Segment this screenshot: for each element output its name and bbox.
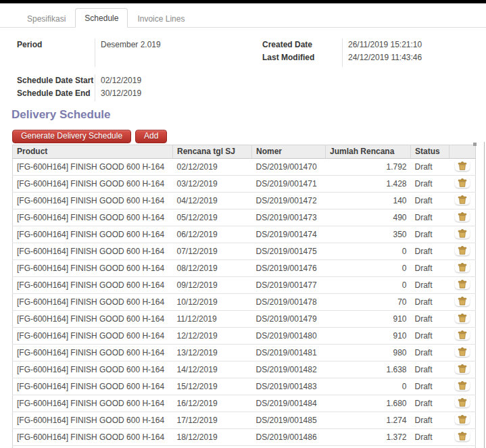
rencana-tgl-cell[interactable]: 11/12/2019 — [173, 311, 252, 328]
product-cell[interactable]: [FG-600H164] FINISH GOOD 600 H-164 — [13, 412, 173, 429]
product-cell[interactable]: [FG-600H164] FINISH GOOD 600 H-164 — [13, 446, 173, 448]
delete-row-button[interactable] — [455, 194, 470, 205]
table-row[interactable]: [FG-600H164] FINISH GOOD 600 H-164 14/12… — [13, 362, 476, 378]
table-row[interactable]: [FG-600H164] FINISH GOOD 600 H-164 07/12… — [13, 243, 476, 260]
jumlah-rencana-cell[interactable]: 910 — [326, 328, 411, 345]
nomer-cell[interactable]: DS/2019/001480 — [252, 328, 326, 345]
nomer-cell[interactable]: DS/2019/001471 — [252, 176, 326, 193]
jumlah-rencana-cell[interactable]: 0 — [326, 277, 411, 294]
table-row[interactable]: [FG-600H164] FINISH GOOD 600 H-164 11/12… — [13, 311, 476, 328]
delete-row-button[interactable] — [455, 414, 470, 424]
jumlah-rencana-cell[interactable]: 1.792 — [326, 159, 411, 176]
jumlah-rencana-cell[interactable]: 1.274 — [326, 412, 411, 429]
add-button[interactable]: Add — [135, 130, 167, 143]
rencana-tgl-cell[interactable]: 03/12/2019 — [173, 176, 252, 193]
product-cell[interactable]: [FG-600H164] FINISH GOOD 600 H-164 — [13, 193, 173, 209]
nomer-cell[interactable]: DS/2019/001473 — [252, 209, 326, 226]
product-cell[interactable]: [FG-600H164] FINISH GOOD 600 H-164 — [13, 345, 173, 362]
jumlah-rencana-cell[interactable]: 0 — [326, 243, 411, 260]
rencana-tgl-cell[interactable]: 15/12/2019 — [173, 378, 252, 395]
nomer-cell[interactable]: DS/2019/001475 — [252, 243, 326, 260]
jumlah-rencana-cell[interactable]: 980 — [326, 345, 411, 362]
product-cell[interactable]: [FG-600H164] FINISH GOOD 600 H-164 — [13, 260, 173, 277]
jumlah-rencana-cell[interactable]: 1.428 — [326, 176, 411, 193]
tab-invoice-lines[interactable]: Invoice Lines — [128, 9, 194, 28]
rencana-tgl-cell[interactable]: 13/12/2019 — [173, 345, 252, 362]
rencana-tgl-cell[interactable]: 09/12/2019 — [173, 277, 252, 294]
rencana-tgl-cell[interactable]: 07/12/2019 — [173, 243, 252, 260]
product-cell[interactable]: [FG-600H164] FINISH GOOD 600 H-164 — [13, 243, 173, 260]
nomer-cell[interactable]: DS/2019/001479 — [252, 311, 326, 328]
status-cell[interactable]: Draft — [411, 311, 449, 328]
table-row[interactable]: [FG-600H164] FINISH GOOD 600 H-164 05/12… — [13, 209, 476, 226]
nomer-cell[interactable]: DS/2019/001472 — [252, 193, 326, 209]
nomer-cell[interactable]: DS/2019/001487 — [252, 446, 326, 448]
status-cell[interactable]: Draft — [411, 209, 449, 226]
product-cell[interactable]: [FG-600H164] FINISH GOOD 600 H-164 — [13, 209, 173, 226]
nomer-cell[interactable]: DS/2019/001482 — [252, 362, 326, 378]
product-cell[interactable]: [FG-600H164] FINISH GOOD 600 H-164 — [13, 277, 173, 294]
rencana-tgl-cell[interactable]: 05/12/2019 — [173, 209, 252, 226]
delete-row-button[interactable] — [455, 262, 470, 272]
rencana-tgl-cell[interactable]: 02/12/2019 — [173, 159, 252, 176]
status-cell[interactable]: Draft — [411, 395, 449, 412]
rencana-tgl-cell[interactable]: 06/12/2019 — [173, 226, 252, 243]
nomer-cell[interactable]: DS/2019/001478 — [252, 294, 326, 311]
table-row[interactable]: [FG-600H164] FINISH GOOD 600 H-164 10/12… — [13, 294, 476, 311]
nomer-cell[interactable]: DS/2019/001477 — [252, 277, 326, 294]
table-row[interactable]: [FG-600H164] FINISH GOOD 600 H-164 09/12… — [13, 277, 476, 294]
jumlah-rencana-cell[interactable]: 350 — [326, 226, 411, 243]
table-row[interactable]: [FG-600H164] FINISH GOOD 600 H-164 17/12… — [13, 412, 476, 429]
column-header-jumlah-rencana[interactable]: Jumlah Rencana — [326, 145, 411, 159]
delete-row-button[interactable] — [455, 211, 470, 222]
product-cell[interactable]: [FG-600H164] FINISH GOOD 600 H-164 — [13, 311, 173, 328]
nomer-cell[interactable]: DS/2019/001483 — [252, 378, 326, 395]
tab-schedule[interactable]: Schedule — [75, 8, 128, 28]
status-cell[interactable]: Draft — [411, 226, 449, 243]
nomer-cell[interactable]: DS/2019/001474 — [252, 226, 326, 243]
nomer-cell[interactable]: DS/2019/001486 — [252, 429, 326, 446]
product-cell[interactable]: [FG-600H164] FINISH GOOD 600 H-164 — [13, 362, 173, 378]
status-cell[interactable]: Draft — [411, 446, 449, 448]
column-header-product[interactable]: Product — [13, 145, 173, 159]
jumlah-rencana-cell[interactable]: 70 — [326, 294, 411, 311]
nomer-cell[interactable]: DS/2019/001470 — [252, 159, 326, 176]
jumlah-rencana-cell[interactable]: 1.610 — [326, 446, 411, 448]
rencana-tgl-cell[interactable]: 14/12/2019 — [173, 362, 252, 378]
jumlah-rencana-cell[interactable]: 140 — [326, 193, 411, 209]
status-cell[interactable]: Draft — [411, 260, 449, 277]
product-cell[interactable]: [FG-600H164] FINISH GOOD 600 H-164 — [13, 294, 173, 311]
jumlah-rencana-cell[interactable]: 490 — [326, 209, 411, 226]
jumlah-rencana-cell[interactable]: 910 — [326, 311, 411, 328]
status-cell[interactable]: Draft — [411, 159, 449, 176]
nomer-cell[interactable]: DS/2019/001485 — [252, 412, 326, 429]
delete-row-button[interactable] — [455, 245, 470, 255]
status-cell[interactable]: Draft — [411, 362, 449, 378]
delete-row-button[interactable] — [455, 397, 470, 407]
table-row[interactable]: [FG-600H164] FINISH GOOD 600 H-164 18/12… — [13, 429, 476, 446]
status-cell[interactable]: Draft — [411, 328, 449, 345]
rencana-tgl-cell[interactable]: 17/12/2019 — [173, 412, 252, 429]
rencana-tgl-cell[interactable]: 19/12/2019 — [173, 446, 252, 448]
delete-row-button[interactable] — [455, 295, 470, 306]
rencana-tgl-cell[interactable]: 16/12/2019 — [173, 395, 252, 412]
rencana-tgl-cell[interactable]: 18/12/2019 — [173, 429, 252, 446]
jumlah-rencana-cell[interactable]: 1.372 — [326, 429, 411, 446]
status-cell[interactable]: Draft — [411, 429, 449, 446]
status-cell[interactable]: Draft — [411, 176, 449, 193]
rencana-tgl-cell[interactable]: 08/12/2019 — [173, 260, 252, 277]
delete-row-button[interactable] — [455, 380, 470, 391]
table-row[interactable]: [FG-600H164] FINISH GOOD 600 H-164 04/12… — [13, 193, 476, 209]
table-row[interactable]: [FG-600H164] FINISH GOOD 600 H-164 06/12… — [13, 226, 476, 243]
status-cell[interactable]: Draft — [411, 412, 449, 429]
delete-row-button[interactable] — [455, 160, 470, 171]
rencana-tgl-cell[interactable]: 04/12/2019 — [173, 193, 252, 209]
table-row[interactable]: [FG-600H164] FINISH GOOD 600 H-164 15/12… — [13, 378, 476, 395]
column-header-rencana-tgl-sj[interactable]: Rencana tgl SJ — [173, 145, 252, 159]
table-row[interactable]: [FG-600H164] FINISH GOOD 600 H-164 19/12… — [13, 446, 476, 448]
product-cell[interactable]: [FG-600H164] FINISH GOOD 600 H-164 — [13, 378, 173, 395]
nomer-cell[interactable]: DS/2019/001481 — [252, 345, 326, 362]
product-cell[interactable]: [FG-600H164] FINISH GOOD 600 H-164 — [13, 159, 173, 176]
status-cell[interactable]: Draft — [411, 277, 449, 294]
delete-row-button[interactable] — [455, 312, 470, 323]
